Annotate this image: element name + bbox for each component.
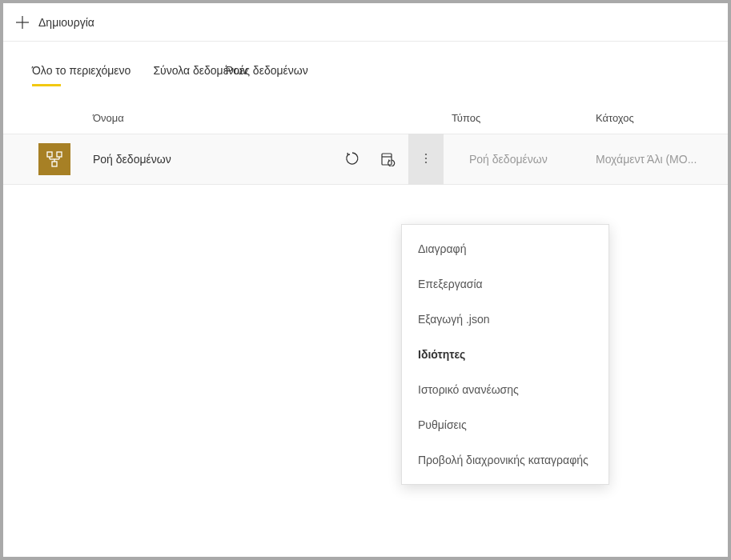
menu-item-refresh-history[interactable]: Ιστορικό ανανέωσης xyxy=(402,372,608,407)
svg-point-13 xyxy=(425,161,427,162)
more-options-icon xyxy=(420,152,432,167)
svg-rect-4 xyxy=(52,162,57,166)
dataflow-icon xyxy=(38,143,70,175)
svg-rect-9 xyxy=(382,154,392,165)
toolbar: Δημιουργία xyxy=(3,3,728,42)
tabs: Όλο το περιεχόμενο Σύνολα δεδομένων Ροές… xyxy=(3,64,728,86)
row-name-area: Ροή δεδομένων xyxy=(3,134,452,185)
table-header: Όνομα Τύπος Κάτοχος xyxy=(3,86,728,134)
svg-point-12 xyxy=(425,157,427,158)
menu-item-properties[interactable]: Ιδιότητες xyxy=(402,337,608,372)
menu-item-lineage-view[interactable]: Προβολή διαχρονικής καταγραφής xyxy=(402,442,608,478)
menu-item-edit[interactable]: Επεξεργασία xyxy=(402,266,608,302)
row-actions xyxy=(338,134,444,185)
more-options-button[interactable] xyxy=(408,134,444,185)
plus-icon xyxy=(14,14,30,30)
menu-item-export-json[interactable]: Εξαγωγή .json xyxy=(402,302,608,337)
column-header-name[interactable]: Όνομα xyxy=(3,112,452,124)
tab-datasets[interactable]: Σύνολα δεδομένων xyxy=(153,64,247,86)
schedule-refresh-icon xyxy=(380,150,396,169)
row-owner: Μοχάμεντ Άλι (MO... xyxy=(596,153,728,166)
svg-rect-2 xyxy=(47,152,52,157)
refresh-icon xyxy=(344,150,360,169)
menu-item-delete[interactable]: Διαγραφή xyxy=(402,231,608,266)
refresh-button[interactable] xyxy=(338,145,367,174)
context-menu: Διαγραφή Επεξεργασία Εξαγωγή .json Ιδιότ… xyxy=(401,224,609,485)
column-header-owner[interactable]: Κάτοχος xyxy=(596,112,728,124)
create-button[interactable]: Δημιουργία xyxy=(14,14,94,30)
schedule-refresh-button[interactable] xyxy=(373,145,402,174)
svg-rect-3 xyxy=(57,152,62,157)
svg-point-11 xyxy=(425,153,427,154)
create-label: Δημιουργία xyxy=(38,16,94,29)
tab-all-content[interactable]: Όλο το περιεχόμενο xyxy=(32,64,131,86)
row-name: Ροή δεδομένων xyxy=(93,153,338,166)
column-header-type[interactable]: Τύπος xyxy=(452,112,596,124)
menu-item-settings[interactable]: Ρυθμίσεις xyxy=(402,407,608,442)
row-type: Ροή δεδομένων xyxy=(452,153,596,166)
app-window: Δημιουργία Όλο το περιεχόμενο Σύνολα δεδ… xyxy=(3,3,728,557)
table-row[interactable]: Ροή δεδομένων xyxy=(3,134,728,185)
